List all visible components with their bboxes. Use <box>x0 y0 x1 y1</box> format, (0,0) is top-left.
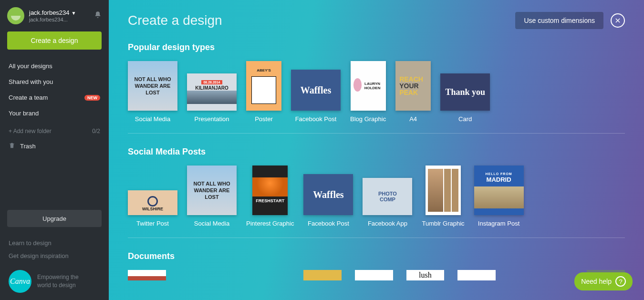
nav-shared-with-you[interactable]: Shared with you <box>0 74 109 90</box>
divider <box>128 238 625 238</box>
document-thumb[interactable] <box>457 270 496 280</box>
top-row: Create a design Use custom dimensions <box>128 12 625 29</box>
nav-label: Create a team <box>9 94 48 101</box>
section-popular-title: Popular design types <box>128 42 625 52</box>
user-sub: jack.forbes234... <box>29 17 76 22</box>
social-row: WILSHIRETwitter Post NOT ALL WHO WANDER … <box>128 166 625 238</box>
document-thumb[interactable]: lush <box>406 270 445 280</box>
need-help-button[interactable]: Need help ? <box>574 272 633 290</box>
brand-logo: Canva <box>9 270 31 293</box>
user-name: jack.forbes234 <box>29 9 70 16</box>
learn-link[interactable]: Learn to design <box>0 237 109 249</box>
design-pinterest-graphic[interactable]: FRESHSTARTPinterest Graphic <box>246 166 294 227</box>
design-tumblr-graphic[interactable]: Tumblr Graphic <box>422 166 464 227</box>
avatar <box>7 7 24 24</box>
trash-label: Trash <box>20 143 36 150</box>
add-folder-label: + Add new folder <box>9 128 52 134</box>
design-presentation[interactable]: 08.28.2014KILIMANJAROPresentation <box>187 73 237 123</box>
folder-count: 0/2 <box>92 128 100 134</box>
add-folder-row[interactable]: + Add new folder 0/2 <box>0 121 109 139</box>
design-instagram-post[interactable]: HELLO FROMMADRIDInstagram Post <box>474 166 524 227</box>
section-social-title: Social Media Posts <box>128 147 625 157</box>
custom-dimensions-button[interactable]: Use custom dimensions <box>515 12 603 29</box>
document-thumb[interactable] <box>128 270 166 280</box>
page-title: Create a design <box>128 13 222 28</box>
nav: All your designs Shared with you Create … <box>0 58 109 121</box>
bell-icon[interactable] <box>94 11 102 21</box>
design-facebook-post-2[interactable]: WafflesFacebook Post <box>303 174 353 227</box>
design-card[interactable]: Thank youCard <box>440 73 490 123</box>
brand-row: Canva Empowering the world to design <box>0 262 109 293</box>
popular-row: NOT ALL WHO WANDER ARE LOSTSocial Media … <box>128 61 625 133</box>
nav-all-your-designs[interactable]: All your designs <box>0 58 109 74</box>
section-documents-title: Documents <box>128 251 625 261</box>
trash-row[interactable]: Trash <box>0 139 109 153</box>
design-facebook-app[interactable]: PHOTOCOMPFacebook App <box>363 178 412 227</box>
help-icon: ? <box>615 276 626 287</box>
nav-your-brand[interactable]: Your brand <box>0 105 109 121</box>
design-social-media[interactable]: NOT ALL WHO WANDER ARE LOSTSocial Media <box>128 61 177 123</box>
create-design-button[interactable]: Create a design <box>7 31 102 50</box>
document-thumb[interactable] <box>355 270 393 280</box>
upgrade-button[interactable]: Upgrade <box>7 210 102 227</box>
close-icon[interactable] <box>611 13 625 28</box>
brand-tagline: Empowering the world to design <box>37 273 79 290</box>
chevron-down-icon[interactable]: ▼ <box>72 10 76 16</box>
design-social-media-2[interactable]: NOT ALL WHO WANDER ARE LOSTSocial Media <box>187 166 237 227</box>
divider <box>128 133 625 134</box>
design-blog-graphic[interactable]: LAURYN HOLDENBlog Graphic <box>350 61 386 123</box>
design-poster[interactable]: ABEY'SPoster <box>246 61 281 123</box>
new-badge: NEW <box>84 95 100 101</box>
help-label: Need help <box>581 278 612 285</box>
documents-row: lush <box>128 270 625 280</box>
trash-icon <box>9 142 15 150</box>
document-thumb[interactable] <box>303 270 342 280</box>
user-row[interactable]: jack.forbes234▼ jack.forbes234... <box>0 7 109 31</box>
design-facebook-post[interactable]: WafflesFacebook Post <box>291 70 341 123</box>
inspiration-link[interactable]: Get design inspiration <box>0 249 109 262</box>
main-content: Create a design Use custom dimensions Po… <box>109 0 644 300</box>
design-twitter-post[interactable]: WILSHIRETwitter Post <box>128 190 177 227</box>
design-a4[interactable]: REACHYOURPEAKA4 <box>395 61 431 123</box>
user-info: jack.forbes234▼ jack.forbes234... <box>29 9 76 22</box>
sidebar: jack.forbes234▼ jack.forbes234... Create… <box>0 0 109 300</box>
nav-create-a-team[interactable]: Create a team NEW <box>0 90 109 105</box>
